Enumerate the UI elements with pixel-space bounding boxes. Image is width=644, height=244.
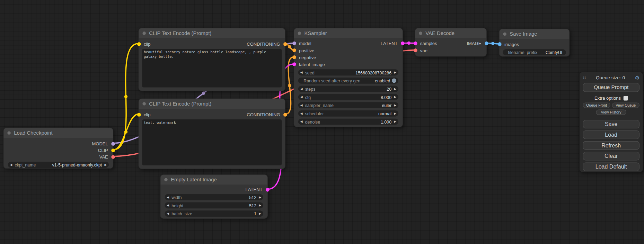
widget-label: width (171, 195, 182, 200)
port-latent-image-input[interactable] (292, 62, 296, 66)
save-button[interactable]: Save (583, 120, 639, 128)
increment-arrow-icon[interactable]: ▶ (259, 204, 261, 207)
node-clip-text-encode-positive[interactable]: CLIP Text Encode (Prompt) clip CONDITION… (139, 28, 285, 91)
node-empty-latent-image[interactable]: Empty Latent Image LATENT ◀ width 512 ▶ … (160, 174, 268, 219)
widget-width[interactable]: ◀ width 512 ▶ (165, 194, 263, 200)
widget-seed[interactable]: ◀ seed 156680208700286 ▶ (298, 69, 398, 75)
node-vae-decode[interactable]: VAE Decode samples IMAGE vae (415, 28, 486, 57)
widget-height[interactable]: ◀ height 512 ▶ (165, 202, 263, 209)
port-images-input[interactable] (497, 42, 501, 46)
port-conditioning-output[interactable] (283, 112, 287, 116)
port-clip-input[interactable] (137, 112, 141, 116)
node-clip-text-encode-negative[interactable]: CLIP Text Encode (Prompt) clip CONDITION… (139, 99, 285, 169)
drag-handle-icon[interactable]: ⠿ (583, 75, 586, 80)
node-title: Save Image (510, 31, 537, 37)
port-vae-input[interactable] (413, 48, 417, 52)
view-history-button[interactable]: View History (596, 110, 626, 115)
decrement-arrow-icon[interactable]: ◀ (167, 212, 169, 215)
widget-value: 512 (249, 195, 256, 200)
node-header[interactable]: Empty Latent Image (161, 175, 267, 184)
node-header[interactable]: VAE Decode (415, 28, 486, 38)
widget-random-seed-toggle[interactable]: Random seed after every gen enabled (298, 78, 398, 84)
node-title: CLIP Text Encode (Prompt) (149, 30, 211, 36)
node-load-checkpoint[interactable]: Load Checkpoint MODEL CLIP VAE ◀ ckpt_na… (3, 128, 113, 169)
decrement-arrow-icon[interactable]: ◀ (300, 112, 303, 115)
port-vae-output[interactable] (111, 155, 115, 159)
settings-gear-icon[interactable]: ⚙ (635, 74, 639, 81)
node-save-image[interactable]: Save Image images filename_prefix ComfyU… (499, 29, 570, 57)
prompt-text-input[interactable]: beautiful scenery nature glass bottle la… (142, 49, 282, 87)
port-conditioning-output[interactable] (283, 42, 287, 46)
port-image-output[interactable] (484, 42, 488, 45)
decrement-arrow-icon[interactable]: ◀ (167, 204, 169, 207)
increment-arrow-icon[interactable]: ▶ (394, 71, 396, 74)
collapse-dot-icon[interactable] (298, 31, 301, 35)
increment-arrow-icon[interactable]: ▶ (104, 163, 107, 166)
widget-denoise[interactable]: ◀ denoise 1.000 ▶ (298, 119, 398, 125)
port-samples-input[interactable] (413, 42, 417, 45)
collapse-dot-icon[interactable] (142, 102, 145, 105)
decrement-arrow-icon[interactable]: ◀ (300, 104, 303, 107)
widget-cfg[interactable]: ◀ cfg 8.000 ▶ (298, 94, 398, 100)
decrement-arrow-icon[interactable]: ◀ (300, 71, 303, 74)
load-button[interactable]: Load (583, 130, 639, 139)
widget-batch-size[interactable]: ◀ batch_size 1 ▶ (165, 210, 263, 217)
increment-arrow-icon[interactable]: ▶ (394, 104, 396, 107)
collapse-dot-icon[interactable] (164, 178, 167, 181)
queue-front-button[interactable]: Queue Front (583, 102, 610, 108)
collapse-dot-icon[interactable] (419, 31, 422, 35)
node-header[interactable]: CLIP Text Encode (Prompt) (139, 99, 285, 109)
clear-button[interactable]: Clear (583, 152, 639, 161)
extra-options-checkbox[interactable] (623, 96, 628, 100)
widget-ckpt-name[interactable]: ◀ ckpt_name v1-5-pruned-emaonly.ckpt ▶ (8, 162, 109, 168)
decrement-arrow-icon[interactable]: ◀ (300, 87, 303, 90)
wire-midpoint-dot (288, 84, 291, 87)
queue-prompt-button[interactable]: Queue Prompt (583, 83, 639, 92)
slot-list: model LATENT positive negative latent_im… (294, 38, 403, 67)
extra-options-label: Extra options (594, 96, 621, 100)
widget-scheduler[interactable]: ◀ scheduler normal ▶ (298, 110, 398, 117)
wire-image (487, 43, 499, 44)
wire-clip-positive (113, 44, 138, 150)
collapse-dot-icon[interactable] (503, 33, 506, 36)
node-graph-canvas[interactable]: Load Checkpoint MODEL CLIP VAE ◀ ckpt_na… (0, 0, 644, 244)
prompt-text-input[interactable]: text, watermark (142, 119, 282, 165)
port-clip-input[interactable] (137, 42, 141, 46)
increment-arrow-icon[interactable]: ▶ (394, 87, 396, 90)
collapse-dot-icon[interactable] (7, 131, 10, 134)
slot-images-input: images (500, 40, 570, 47)
port-positive-input[interactable] (292, 48, 296, 52)
increment-arrow-icon[interactable]: ▶ (394, 112, 396, 115)
increment-arrow-icon[interactable]: ▶ (394, 120, 396, 123)
node-ksampler[interactable]: KSampler model LATENT positive negative … (294, 28, 403, 127)
node-header[interactable]: CLIP Text Encode (Prompt) (139, 28, 285, 38)
decrement-arrow-icon[interactable]: ◀ (167, 196, 169, 199)
increment-arrow-icon[interactable]: ▶ (259, 212, 261, 215)
load-default-button[interactable]: Load Default (583, 162, 639, 171)
refresh-button[interactable]: Refresh (583, 141, 639, 150)
node-header[interactable]: Save Image (500, 29, 570, 39)
slot-label: VAE (99, 154, 108, 159)
port-latent-output[interactable] (265, 188, 269, 191)
decrement-arrow-icon[interactable]: ◀ (300, 120, 303, 123)
wire-midpoint-dot (124, 95, 127, 98)
port-negative-input[interactable] (292, 55, 296, 59)
port-clip-output[interactable] (111, 148, 115, 152)
toggle-dot-icon[interactable] (392, 78, 396, 83)
queue-panel[interactable]: ⠿ Queue size: 0 ⚙ Queue Prompt Extra opt… (579, 72, 643, 172)
widget-value: 1 (254, 211, 256, 216)
widget-steps[interactable]: ◀ steps 20 ▶ (298, 86, 398, 92)
widget-filename-prefix[interactable]: filename_prefix ComfyUI (503, 49, 566, 55)
port-latent-output[interactable] (401, 42, 405, 45)
decrement-arrow-icon[interactable]: ◀ (300, 96, 303, 99)
increment-arrow-icon[interactable]: ▶ (259, 196, 261, 199)
port-model-output[interactable] (111, 142, 115, 146)
node-header[interactable]: KSampler (294, 28, 403, 38)
increment-arrow-icon[interactable]: ▶ (394, 96, 396, 99)
node-header[interactable]: Load Checkpoint (4, 128, 113, 138)
port-model-input[interactable] (292, 42, 296, 45)
collapse-dot-icon[interactable] (142, 31, 145, 35)
view-queue-button[interactable]: View Queue (612, 102, 639, 108)
decrement-arrow-icon[interactable]: ◀ (10, 163, 12, 166)
widget-sampler-name[interactable]: ◀ sampler_name euler ▶ (298, 102, 398, 108)
